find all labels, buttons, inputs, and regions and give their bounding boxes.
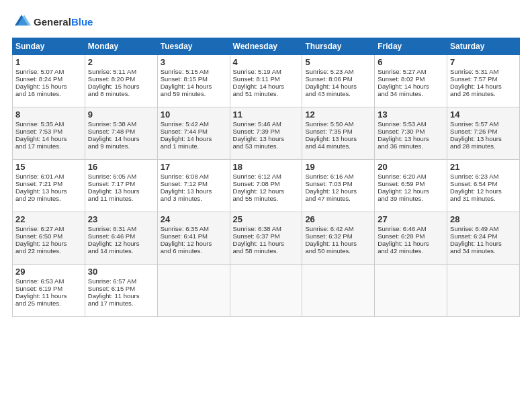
col-thursday: Thursday (302, 38, 375, 55)
day-info-line: Sunset: 8:24 PM (15, 75, 82, 83)
calendar-cell: 9Sunrise: 5:38 AMSunset: 7:48 PMDaylight… (85, 107, 157, 160)
col-tuesday: Tuesday (157, 38, 230, 55)
day-number: 19 (305, 162, 371, 172)
col-wednesday: Wednesday (230, 38, 302, 55)
calendar-cell: 24Sunrise: 6:35 AMSunset: 6:41 PMDayligh… (157, 212, 230, 265)
day-info-line: Sunrise: 5:57 AM (450, 120, 517, 128)
day-info-line: Sunrise: 6:53 AM (15, 277, 82, 285)
calendar-cell: 15Sunrise: 6:01 AMSunset: 7:21 PMDayligh… (13, 160, 85, 212)
day-info-line: Sunset: 7:39 PM (233, 128, 300, 135)
calendar-cell (447, 265, 520, 317)
calendar-cell: 26Sunrise: 6:42 AMSunset: 6:32 PMDayligh… (302, 212, 375, 265)
day-number: 11 (233, 109, 300, 120)
day-number: 29 (15, 267, 82, 277)
day-number: 26 (305, 214, 371, 224)
calendar-cell: 14Sunrise: 5:57 AMSunset: 7:26 PMDayligh… (447, 107, 520, 160)
day-info-line: Daylight: 12 hours (88, 240, 154, 247)
day-info-line: and 26 minutes. (450, 90, 517, 97)
day-info-line: Sunset: 7:30 PM (378, 128, 444, 135)
day-info-line: Daylight: 12 hours (233, 187, 300, 195)
day-number: 23 (88, 214, 154, 224)
calendar-cell: 22Sunrise: 6:27 AMSunset: 6:50 PMDayligh… (13, 212, 85, 265)
day-info-line: Sunrise: 5:11 AM (88, 68, 154, 75)
day-info-line: Daylight: 14 hours (161, 135, 227, 142)
day-info-line: Sunset: 6:24 PM (450, 232, 517, 240)
day-info-line: Daylight: 12 hours (305, 187, 371, 195)
day-info-line: Sunrise: 5:46 AM (233, 120, 300, 128)
day-info-line: Daylight: 13 hours (88, 187, 154, 195)
day-info-line: and 58 minutes. (233, 247, 300, 255)
day-number: 24 (161, 214, 227, 224)
day-info-line: Sunrise: 5:19 AM (233, 68, 300, 75)
day-info-line: and 50 minutes. (305, 247, 371, 255)
day-info-line: Daylight: 14 hours (305, 83, 371, 90)
day-number: 8 (15, 109, 82, 120)
day-info-line: Daylight: 14 hours (450, 83, 517, 90)
day-info-line: Sunrise: 6:38 AM (233, 225, 300, 232)
day-info-line: Sunrise: 5:53 AM (378, 120, 444, 128)
day-info-line: Sunrise: 5:15 AM (161, 68, 227, 75)
day-info-line: Sunset: 6:19 PM (15, 285, 82, 292)
calendar-cell: 20Sunrise: 6:20 AMSunset: 6:59 PMDayligh… (375, 160, 447, 212)
calendar-cell: 21Sunrise: 6:23 AMSunset: 6:54 PMDayligh… (447, 160, 520, 212)
day-info-line: and 34 minutes. (378, 90, 444, 97)
day-info-line: Sunset: 7:12 PM (161, 180, 227, 187)
day-info-line: Sunrise: 6:23 AM (450, 173, 517, 180)
day-info-line: Sunrise: 6:12 AM (233, 173, 300, 180)
col-monday: Monday (85, 38, 157, 55)
day-info-line: and 36 minutes. (378, 142, 444, 150)
day-info-line: and 17 minutes. (88, 300, 154, 307)
day-number: 2 (88, 57, 154, 67)
calendar-cell (302, 265, 375, 317)
day-number: 18 (233, 162, 300, 172)
calendar-cell: 8Sunrise: 5:35 AMSunset: 7:53 PMDaylight… (13, 107, 85, 160)
day-info-line: Daylight: 13 hours (161, 187, 227, 195)
day-info-line: Sunrise: 5:23 AM (305, 68, 371, 75)
day-info-line: Daylight: 14 hours (378, 83, 444, 90)
day-info-line: and 9 minutes. (88, 142, 154, 150)
calendar-cell: 30Sunrise: 6:57 AMSunset: 6:15 PMDayligh… (85, 265, 157, 317)
header: GeneralBlue (12, 12, 520, 31)
calendar-cell: 12Sunrise: 5:50 AMSunset: 7:35 PMDayligh… (302, 107, 375, 160)
day-number: 13 (378, 109, 444, 120)
day-info-line: Sunset: 6:46 PM (88, 232, 154, 240)
day-info-line: Daylight: 14 hours (233, 83, 300, 90)
day-info-line: and 25 minutes. (15, 300, 82, 307)
calendar-cell: 3Sunrise: 5:15 AMSunset: 8:15 PMDaylight… (157, 55, 230, 107)
day-info-line: Sunrise: 5:38 AM (88, 120, 154, 128)
day-number: 15 (15, 162, 82, 172)
day-info-line: Sunrise: 6:31 AM (88, 225, 154, 232)
calendar-cell: 5Sunrise: 5:23 AMSunset: 8:06 PMDaylight… (302, 55, 375, 107)
calendar-cell: 7Sunrise: 5:31 AMSunset: 7:57 PMDaylight… (447, 55, 520, 107)
day-info-line: Daylight: 12 hours (161, 240, 227, 247)
day-info-line: Daylight: 11 hours (378, 240, 444, 247)
day-info-line: Sunrise: 6:16 AM (305, 173, 371, 180)
day-info-line: and 17 minutes. (15, 142, 82, 150)
day-info-line: Daylight: 14 hours (161, 83, 227, 90)
day-info-line: Sunset: 8:20 PM (88, 75, 154, 83)
day-info-line: Sunrise: 5:27 AM (378, 68, 444, 75)
day-info-line: and 8 minutes. (88, 90, 154, 97)
calendar-row: 15Sunrise: 6:01 AMSunset: 7:21 PMDayligh… (13, 160, 520, 212)
day-info-line: Daylight: 11 hours (305, 240, 371, 247)
day-number: 6 (378, 57, 444, 67)
day-info-line: Daylight: 15 hours (88, 83, 154, 90)
calendar-row: 1Sunrise: 5:07 AMSunset: 8:24 PMDaylight… (13, 55, 520, 107)
calendar-cell: 23Sunrise: 6:31 AMSunset: 6:46 PMDayligh… (85, 212, 157, 265)
calendar-cell: 13Sunrise: 5:53 AMSunset: 7:30 PMDayligh… (375, 107, 447, 160)
day-info-line: Daylight: 11 hours (88, 292, 154, 300)
calendar-cell (230, 265, 302, 317)
day-info-line: Daylight: 13 hours (233, 135, 300, 142)
day-number: 1 (15, 57, 82, 67)
day-info-line: Sunrise: 6:27 AM (15, 225, 82, 232)
day-info-line: and 28 minutes. (450, 142, 517, 150)
day-info-line: Sunset: 6:32 PM (305, 232, 371, 240)
day-info-line: and 3 minutes. (161, 195, 227, 202)
calendar-row: 22Sunrise: 6:27 AMSunset: 6:50 PMDayligh… (13, 212, 520, 265)
day-number: 3 (161, 57, 227, 67)
col-friday: Friday (375, 38, 447, 55)
day-info-line: Sunset: 8:02 PM (378, 75, 444, 83)
calendar-cell (375, 265, 447, 317)
day-info-line: Sunrise: 5:50 AM (305, 120, 371, 128)
day-info-line: and 14 minutes. (88, 247, 154, 255)
